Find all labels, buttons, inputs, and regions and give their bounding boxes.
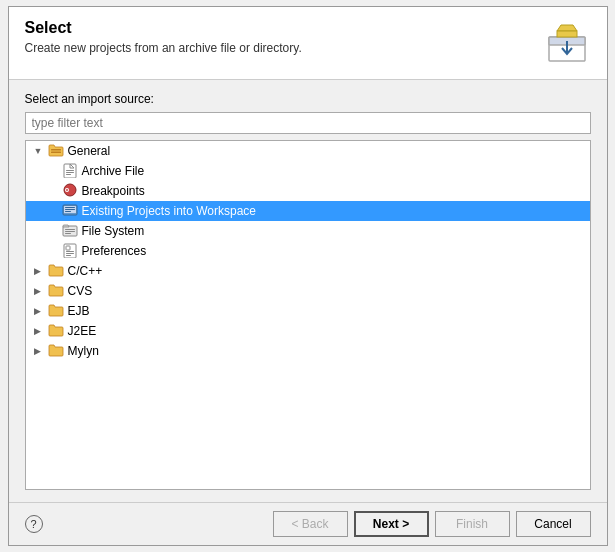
- finish-button[interactable]: Finish: [435, 511, 510, 537]
- tree-item-existing-projects[interactable]: Existing Projects into Workspace: [26, 201, 590, 221]
- folder-icon-general: [48, 142, 64, 158]
- tree-item-file-system[interactable]: File System: [26, 221, 590, 241]
- expand-arrow-ep: [48, 206, 62, 216]
- general-label: General: [68, 144, 111, 158]
- breakpoints-label: Breakpoints: [82, 184, 145, 198]
- folder-icon-cpp: [48, 262, 64, 278]
- svg-rect-15: [65, 209, 75, 210]
- ejb-label: EJB: [68, 304, 90, 318]
- expand-arrow-fs: [48, 226, 62, 236]
- expand-arrow-pref: [48, 246, 62, 256]
- svg-rect-6: [66, 170, 74, 171]
- filter-input[interactable]: [25, 112, 591, 134]
- tree-item-breakpoints[interactable]: Breakpoints: [26, 181, 590, 201]
- svg-point-11: [66, 189, 68, 191]
- dialog-header: Select Create new projects from an archi…: [9, 7, 607, 80]
- tree-item-ejb[interactable]: ▶ EJB: [26, 301, 590, 321]
- tree-item-mylyn[interactable]: ▶ Mylyn: [26, 341, 590, 361]
- tree-list: ▼ General: [26, 141, 590, 489]
- dialog-body: Select an import source: ▼ G: [9, 80, 607, 502]
- dialog-subtitle: Create new projects from an archive file…: [25, 41, 302, 55]
- next-button[interactable]: Next >: [354, 511, 429, 537]
- svg-rect-18: [65, 229, 75, 230]
- tree-item-preferences[interactable]: Preferences: [26, 241, 590, 261]
- import-icon: [545, 21, 589, 65]
- svg-rect-8: [66, 174, 71, 175]
- existing-projects-label: Existing Projects into Workspace: [82, 204, 257, 218]
- folder-icon-mylyn: [48, 342, 64, 358]
- tree-item-general[interactable]: ▼ General: [26, 141, 590, 161]
- tree-item-j2ee[interactable]: ▶ J2EE: [26, 321, 590, 341]
- file-system-label: File System: [82, 224, 145, 238]
- expand-arrow-general: ▼: [34, 146, 48, 156]
- mylyn-label: Mylyn: [68, 344, 99, 358]
- folder-icon-j2ee: [48, 322, 64, 338]
- expand-arrow-bp: [48, 186, 62, 196]
- cvs-label: CVS: [68, 284, 93, 298]
- import-source-label: Select an import source:: [25, 92, 591, 106]
- expand-arrow-j2ee: ▶: [34, 326, 48, 336]
- cpp-label: C/C++: [68, 264, 103, 278]
- workspace-icon: [62, 202, 78, 218]
- svg-rect-19: [65, 231, 75, 232]
- svg-rect-7: [66, 172, 74, 173]
- file-system-icon: [62, 222, 78, 238]
- tree-item-archive-file[interactable]: Archive File: [26, 161, 590, 181]
- j2ee-label: J2EE: [68, 324, 97, 338]
- tree-container: ▼ General: [25, 140, 591, 490]
- preferences-label: Preferences: [82, 244, 147, 258]
- back-button[interactable]: < Back: [273, 511, 348, 537]
- expand-arrow-mylyn: ▶: [34, 346, 48, 356]
- header-text: Select Create new projects from an archi…: [25, 19, 302, 55]
- svg-rect-25: [66, 255, 71, 256]
- dialog-footer: ? < Back Next > Finish Cancel: [9, 502, 607, 545]
- archive-file-label: Archive File: [82, 164, 145, 178]
- svg-rect-16: [65, 211, 71, 212]
- expand-arrow-archive: [48, 166, 62, 176]
- footer-left: ?: [25, 515, 43, 533]
- footer-right: < Back Next > Finish Cancel: [273, 511, 591, 537]
- svg-rect-20: [65, 233, 71, 234]
- expand-arrow-cvs: ▶: [34, 286, 48, 296]
- preferences-icon: [62, 242, 78, 258]
- help-button[interactable]: ?: [25, 515, 43, 533]
- svg-rect-23: [66, 251, 74, 252]
- expand-arrow-cpp: ▶: [34, 266, 48, 276]
- select-dialog: Select Create new projects from an archi…: [8, 6, 608, 546]
- dialog-title: Select: [25, 19, 302, 37]
- folder-icon-cvs: [48, 282, 64, 298]
- archive-file-icon: [62, 162, 78, 178]
- svg-rect-14: [65, 207, 75, 208]
- svg-rect-4: [51, 152, 61, 154]
- tree-item-cpp[interactable]: ▶ C/C++: [26, 261, 590, 281]
- tree-item-cvs[interactable]: ▶ CVS: [26, 281, 590, 301]
- svg-rect-2: [557, 31, 577, 37]
- svg-rect-24: [66, 253, 74, 254]
- folder-icon-ejb: [48, 302, 64, 318]
- expand-arrow-ejb: ▶: [34, 306, 48, 316]
- svg-rect-3: [51, 149, 61, 151]
- cancel-button[interactable]: Cancel: [516, 511, 591, 537]
- breakpoints-icon: [62, 182, 78, 198]
- dialog-header-icon: [543, 19, 591, 67]
